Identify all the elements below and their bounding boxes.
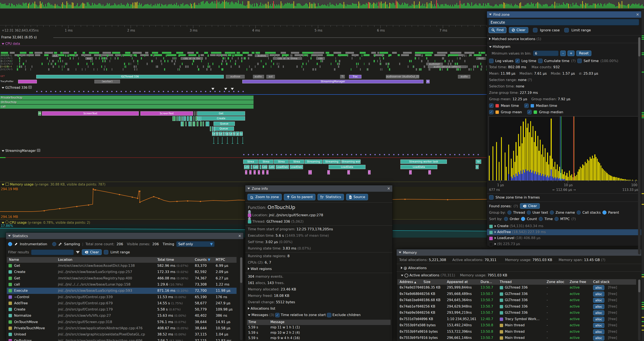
message-row[interactable]: 5.59 smip 9 w 4 h 4 (16) (247, 336, 390, 341)
zone-bar[interactable]: Strea (274, 160, 289, 164)
table-row[interactable]: Normalizejni/../jni/src/claw/vfs/Vfs.cpp… (7, 313, 236, 319)
zone-bar[interactable]: c (258, 170, 260, 174)
allocations-expander[interactable]: @ Allocations (401, 266, 427, 270)
column-header[interactable]: Size (424, 280, 430, 284)
zone-bar[interactable] (207, 122, 209, 126)
table-row[interactable]: Get/mnt/e/claw/src/claw/base/Registry.hp… (7, 275, 236, 281)
alloc-callstack-button[interactable]: alloc (593, 285, 604, 290)
zone-bar[interactable]: ScreenText (140, 111, 193, 116)
group-by-user-text-radio[interactable] (527, 210, 531, 215)
allocations-list-expander[interactable]: Allocations list (248, 306, 275, 310)
clear-found-button[interactable]: Clear (520, 203, 540, 209)
column-header[interactable]: Dura... (480, 280, 492, 284)
scrollbar[interactable] (638, 37, 640, 254)
sort-by-order-radio[interactable] (504, 217, 508, 221)
zone-bar[interactable]: LcU (244, 165, 250, 169)
zone-bar[interactable] (186, 122, 186, 126)
alloc-callstack-button[interactable]: alloc (593, 335, 604, 340)
zone-bar[interactable]: PrivateTouchUp (0, 96, 254, 100)
zone-bar[interactable]: Lo (229, 132, 232, 136)
zone-bar[interactable]: audioser (426, 63, 443, 65)
zone-bar[interactable]: c (249, 170, 252, 174)
cpu-data-header[interactable]: CPU data (2, 42, 20, 46)
memory-row[interactable]: 0x7553b9fa508 bytes153,492,240ns13:50.8M… (398, 322, 636, 329)
zone-info-button[interactable]: Zoom to zone (248, 194, 282, 200)
memory-titlebar[interactable]: Memory (396, 249, 641, 256)
clear-button[interactable]: Clear (509, 27, 528, 33)
zone-bar[interactable] (185, 116, 186, 121)
statistics-table-header[interactable]: NameLocationTotal timeCounts ▼MTPC (7, 257, 236, 263)
show-zone-time-checkbox[interactable] (489, 195, 494, 200)
zone-bar[interactable] (200, 122, 202, 126)
zone-bar[interactable]: St (476, 160, 481, 164)
zone-bar[interactable]: Strea (243, 160, 258, 164)
zone-bar[interactable] (197, 122, 198, 126)
decrease-button[interactable]: - (560, 51, 566, 56)
zone-bar[interactable]: U (216, 132, 218, 136)
column-header[interactable]: MTPC (216, 258, 225, 262)
zone-bar[interactable]: cds_ol_rx_threa (273, 57, 302, 60)
sort-by-count-radio[interactable] (521, 217, 525, 221)
scrollbar-thumb[interactable] (240, 257, 242, 283)
right-scroll-strip[interactable] (641, 10, 644, 341)
group-by-call-stacks-radio[interactable] (577, 210, 581, 215)
group-by-thread-radio[interactable] (508, 210, 512, 215)
increase-button[interactable]: + (568, 51, 574, 56)
zone-bar[interactable]: A (426, 80, 430, 83)
column-header[interactable]: Appeared at (447, 280, 468, 284)
zone-bar[interactable] (188, 122, 190, 126)
close-icon[interactable]: ✕ (387, 186, 390, 191)
message-row[interactable]: 5.59 smip 11 w 1 h 1 (1) (247, 325, 390, 330)
zone-bar[interactable] (176, 116, 178, 121)
zone-bar[interactable]: auc (86, 57, 93, 60)
streaming-header[interactable]: StreamingManager (2, 149, 40, 153)
zone-bar[interactable]: Queue (214, 122, 235, 126)
memory-table-header[interactable]: Address ▲SizeAppeared atDura...ThreadZon… (398, 279, 636, 285)
memory-row[interactable]: 0x74ab9e5040256 KB293,994,219ns13:50.7GL… (398, 310, 636, 316)
zone-bar[interactable]: mi:t (476, 57, 486, 60)
zone-bar[interactable]: Streaming wor (341, 160, 360, 164)
histogram-expander[interactable]: Histogram (489, 45, 510, 49)
find-zone-titlebar[interactable]: Find zone✕ (487, 11, 641, 18)
message-row[interactable]: 5.59 smip 10 w 2 h 2 (4) (247, 330, 390, 336)
zone-bar[interactable]: Streaming worker task (400, 160, 447, 164)
zone-bar[interactable]: ScreenText (42, 111, 139, 116)
zone-bar[interactable] (190, 122, 192, 126)
zone-bar[interactable]: LoU (262, 165, 268, 169)
column-header[interactable]: Address ▲ (400, 280, 416, 284)
zone-bar[interactable]: GLThread 336 (36, 75, 224, 79)
cpu-usage-header[interactable]: CPU usage (y-range: 0.78%, visible data … (2, 220, 90, 225)
found-zone-row[interactable]: Create (54,131) 643.34 ms (487, 223, 641, 229)
alloc-callstack-button[interactable]: alloc (593, 310, 604, 315)
column-header[interactable]: Time (248, 320, 256, 324)
zone-bar[interactable] (214, 126, 215, 131)
sampling-radio[interactable] (52, 242, 56, 246)
zone-bar[interactable] (212, 126, 213, 131)
zone-bar[interactable]: aut (52, 54, 58, 57)
zone-bar[interactable]: Lo (240, 132, 243, 136)
zone-bar[interactable] (182, 122, 184, 126)
zone-bar[interactable] (200, 116, 201, 121)
zone-bar[interactable] (18, 80, 37, 83)
zone-info-button[interactable]: Source (346, 194, 368, 200)
alloc-callstack-button[interactable]: alloc (593, 317, 604, 322)
limit-range-checkbox[interactable] (564, 28, 569, 33)
zone-bar[interactable]: (worker) (94, 80, 120, 83)
zone-bar[interactable] (193, 122, 194, 126)
cumulate-time-checkbox[interactable] (538, 59, 542, 63)
filter-input[interactable] (31, 249, 74, 255)
found-zone-row[interactable]: (9) 225.73 µs (487, 241, 641, 247)
zone-bar[interactable] (194, 111, 195, 116)
zone-bar[interactable] (203, 122, 204, 126)
group-mean-checkbox[interactable]: ✓ (489, 110, 494, 114)
self-time-checkbox[interactable] (577, 59, 582, 63)
close-icon[interactable]: ✕ (238, 234, 241, 238)
sort-by-time-radio[interactable] (539, 217, 543, 221)
scrollbar-thumb[interactable] (638, 280, 640, 292)
zone-bar[interactable]: C (347, 170, 350, 174)
zone-bar[interactable] (174, 116, 176, 121)
cpu-threads-area[interactable]: autaudiosauccds_ol_rx_thrcds_ol_rx_threa… (0, 46, 504, 85)
group-by-parent-radio[interactable] (602, 210, 606, 215)
zone-bar[interactable] (181, 122, 182, 126)
zone-bar[interactable]: c (262, 170, 264, 174)
